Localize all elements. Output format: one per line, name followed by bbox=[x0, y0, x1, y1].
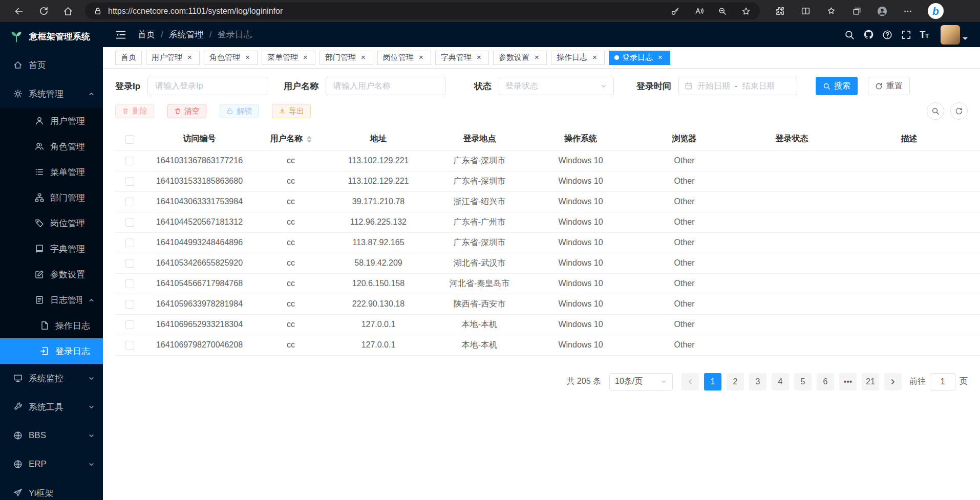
sidebar-item-dict-mgmt[interactable]: 字典管理 bbox=[0, 236, 103, 262]
username-input[interactable] bbox=[326, 77, 445, 95]
sidebar-item-dept-mgmt[interactable]: 部门管理 bbox=[0, 185, 103, 210]
tab-operation-log[interactable]: 操作日志× bbox=[551, 51, 605, 65]
page-button-5[interactable]: 5 bbox=[794, 373, 812, 390]
tab-login-log[interactable]: 登录日志× bbox=[609, 51, 670, 65]
sidebar-item-user-mgmt[interactable]: 用户管理 bbox=[0, 108, 103, 134]
row-checkbox[interactable] bbox=[125, 218, 134, 227]
close-tab-icon[interactable]: × bbox=[359, 53, 368, 62]
clear-button[interactable]: 清空 bbox=[167, 104, 206, 118]
sidebar-item-system[interactable]: 系统管理 bbox=[0, 79, 103, 108]
sidebar-item-tools[interactable]: 系统工具 bbox=[0, 393, 103, 421]
breadcrumb-home[interactable]: 首页 bbox=[138, 29, 155, 40]
favorites-bar-icon[interactable] bbox=[825, 6, 837, 17]
tab-dept-mgmt[interactable]: 部门管理× bbox=[319, 51, 373, 65]
sidebar-item-erp[interactable]: ERP bbox=[0, 450, 103, 479]
close-tab-icon[interactable]: × bbox=[532, 53, 541, 62]
back-icon[interactable] bbox=[13, 6, 25, 17]
close-tab-icon[interactable]: × bbox=[243, 53, 252, 62]
search-icon[interactable] bbox=[844, 29, 855, 40]
sidebar-item-param-settings[interactable]: 参数设置 bbox=[0, 262, 103, 287]
user-menu[interactable] bbox=[941, 25, 968, 45]
tab-user-mgmt[interactable]: 用户管理× bbox=[146, 51, 200, 65]
sidebar-item-login-log[interactable]: 登录日志 bbox=[0, 338, 103, 364]
sidebar-toggle-icon[interactable] bbox=[115, 29, 126, 40]
page-button-2[interactable]: 2 bbox=[727, 373, 744, 390]
login-ip-input[interactable] bbox=[147, 77, 267, 95]
date-range-picker[interactable]: 开始日期 - 结束日期 bbox=[678, 77, 797, 95]
extensions-icon[interactable] bbox=[774, 6, 785, 17]
sidebar-item-home[interactable]: 首页 bbox=[0, 51, 103, 79]
sidebar-item-post-mgmt[interactable]: 岗位管理 bbox=[0, 210, 103, 236]
more-icon[interactable] bbox=[902, 6, 913, 17]
row-checkbox[interactable] bbox=[125, 259, 134, 268]
bing-icon[interactable]: b bbox=[928, 3, 944, 19]
page-button-4[interactable]: 4 bbox=[772, 373, 789, 390]
fullscreen-icon[interactable] bbox=[901, 29, 912, 40]
profile-icon[interactable] bbox=[877, 6, 888, 17]
favorite-star-icon[interactable] bbox=[740, 6, 752, 17]
font-size-icon[interactable]: TT bbox=[920, 30, 929, 39]
sidebar-item-log-mgmt[interactable]: 日志管理 bbox=[0, 287, 103, 313]
address-bar[interactable]: https://ccnetcore.com:1101/system/log/lo… bbox=[85, 3, 760, 19]
help-icon[interactable] bbox=[882, 29, 893, 40]
row-checkbox[interactable] bbox=[125, 320, 134, 329]
export-button[interactable]: 导出 bbox=[272, 104, 311, 118]
lock-icon[interactable] bbox=[93, 7, 102, 16]
sidebar-item-menu-mgmt[interactable]: 菜单管理 bbox=[0, 159, 103, 185]
close-tab-icon[interactable]: × bbox=[475, 53, 483, 62]
sidebar-item-role-mgmt[interactable]: 角色管理 bbox=[0, 134, 103, 159]
read-aloud-icon[interactable] bbox=[693, 6, 705, 17]
avatar[interactable] bbox=[941, 25, 960, 45]
row-checkbox[interactable] bbox=[125, 300, 134, 309]
search-toggle-button[interactable] bbox=[927, 102, 944, 120]
tab-home[interactable]: 首页 bbox=[115, 51, 142, 65]
select-all-checkbox[interactable] bbox=[125, 135, 134, 144]
row-checkbox[interactable] bbox=[125, 341, 134, 350]
close-tab-icon[interactable]: × bbox=[417, 53, 425, 62]
prev-page-button[interactable] bbox=[681, 373, 699, 390]
row-checkbox[interactable] bbox=[125, 177, 134, 186]
refresh-table-button[interactable] bbox=[950, 102, 968, 120]
status-select[interactable]: 登录状态 bbox=[499, 77, 614, 95]
app-logo[interactable]: 意框架管理系统 bbox=[0, 22, 103, 51]
key-icon[interactable] bbox=[670, 6, 681, 17]
page-button-1[interactable]: 1 bbox=[704, 373, 721, 390]
close-tab-icon[interactable]: × bbox=[301, 53, 310, 62]
delete-button[interactable]: 删除 bbox=[115, 104, 154, 118]
split-screen-icon[interactable] bbox=[800, 6, 811, 17]
close-tab-icon[interactable]: × bbox=[590, 53, 599, 62]
sidebar-item-bbs[interactable]: BBS bbox=[0, 421, 103, 450]
goto-page-input[interactable] bbox=[930, 373, 955, 390]
search-button[interactable]: 搜索 bbox=[816, 77, 858, 95]
refresh-icon[interactable] bbox=[38, 6, 49, 17]
close-tab-icon[interactable]: × bbox=[185, 53, 194, 62]
unlock-button[interactable]: 解锁 bbox=[220, 104, 259, 118]
page-button-3[interactable]: 3 bbox=[749, 373, 766, 390]
github-icon[interactable] bbox=[863, 29, 874, 40]
breadcrumb-system[interactable]: 系统管理 bbox=[169, 29, 204, 40]
sidebar-item-monitor[interactable]: 系统监控 bbox=[0, 364, 103, 393]
zoom-icon[interactable] bbox=[717, 6, 728, 17]
row-checkbox[interactable] bbox=[125, 279, 134, 288]
reset-button[interactable]: 重置 bbox=[868, 77, 910, 95]
close-tab-icon[interactable]: × bbox=[656, 53, 665, 62]
page-button-6[interactable]: 6 bbox=[817, 373, 834, 390]
tab-role-mgmt[interactable]: 角色管理× bbox=[204, 51, 258, 65]
page-button-21[interactable]: 21 bbox=[862, 373, 879, 390]
page-size-select[interactable]: 10条/页 bbox=[609, 373, 673, 390]
next-page-button[interactable] bbox=[884, 373, 902, 390]
row-checkbox[interactable] bbox=[125, 157, 134, 165]
url-text[interactable]: https://ccnetcore.com:1101/system/log/lo… bbox=[108, 7, 283, 16]
collections-icon[interactable] bbox=[851, 6, 862, 17]
col-username[interactable]: 用户名称 bbox=[254, 128, 327, 150]
tab-post-mgmt[interactable]: 岗位管理× bbox=[377, 51, 431, 65]
row-checkbox[interactable] bbox=[125, 198, 134, 206]
sidebar-item-operation-log[interactable]: 操作日志 bbox=[0, 313, 103, 338]
row-checkbox[interactable] bbox=[125, 238, 134, 247]
more-pages-button[interactable]: ••• bbox=[839, 373, 857, 390]
tab-param-settings[interactable]: 参数设置× bbox=[493, 51, 547, 65]
tab-dict-mgmt[interactable]: 字典管理× bbox=[435, 51, 489, 65]
col-visit-time[interactable]: 访问时间 bbox=[971, 128, 980, 150]
tab-menu-mgmt[interactable]: 菜单管理× bbox=[262, 51, 315, 65]
home-icon[interactable] bbox=[62, 6, 74, 17]
